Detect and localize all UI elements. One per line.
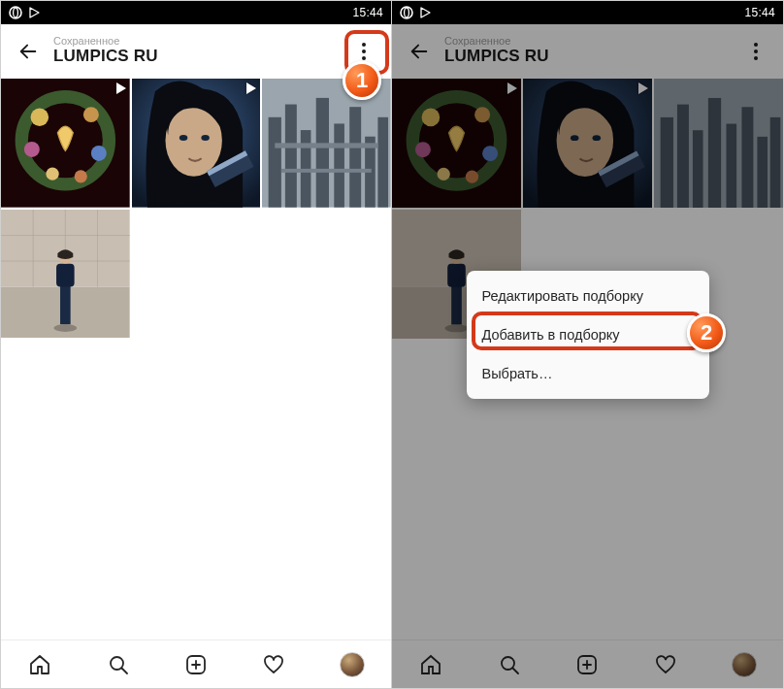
svg-rect-22 xyxy=(350,107,362,207)
svg-point-7 xyxy=(91,146,107,161)
status-time: 15:44 xyxy=(744,6,775,19)
svg-point-9 xyxy=(75,170,87,182)
svg-point-0 xyxy=(10,7,21,18)
play-icon xyxy=(246,82,256,94)
svg-rect-36 xyxy=(56,263,75,286)
bottom-nav xyxy=(1,640,391,688)
opera-icon xyxy=(9,6,22,19)
saved-grid-area xyxy=(1,79,391,640)
svg-line-39 xyxy=(121,668,127,673)
popup-select[interactable]: Выбрать… xyxy=(467,354,709,393)
svg-rect-21 xyxy=(335,123,345,207)
opera-icon xyxy=(400,6,413,19)
svg-rect-24 xyxy=(378,117,389,208)
svg-point-8 xyxy=(46,168,58,180)
svg-point-5 xyxy=(83,107,99,122)
svg-point-4 xyxy=(31,109,49,127)
play-store-icon xyxy=(419,7,431,18)
status-bar: 15:44 xyxy=(1,1,391,24)
app-header: Сохраненное LUMPICS RU xyxy=(1,24,391,79)
avatar xyxy=(340,652,365,677)
header-title: LUMPICS RU xyxy=(53,47,343,66)
svg-point-6 xyxy=(24,142,40,157)
svg-point-44 xyxy=(405,8,409,17)
grid-tile[interactable] xyxy=(1,79,130,208)
options-popup: Редактировать подборку Добавить в подбор… xyxy=(467,271,709,399)
svg-rect-20 xyxy=(316,98,329,208)
grid-tile[interactable] xyxy=(132,79,261,208)
popup-add-to-collection[interactable]: Добавить в подборку xyxy=(467,315,709,354)
back-button[interactable] xyxy=(7,30,49,73)
popup-edit-collection[interactable]: Редактировать подборку xyxy=(467,277,709,315)
svg-rect-17 xyxy=(269,117,281,208)
svg-rect-18 xyxy=(285,105,297,208)
nav-search[interactable] xyxy=(79,640,156,688)
svg-point-13 xyxy=(201,135,209,141)
header-subtitle: Сохраненное xyxy=(53,36,343,47)
svg-point-34 xyxy=(53,324,77,332)
svg-rect-25 xyxy=(276,143,378,148)
status-time: 15:44 xyxy=(352,6,383,19)
menu-button[interactable] xyxy=(343,30,385,73)
grid-tile[interactable] xyxy=(1,210,130,339)
play-store-icon xyxy=(28,7,40,18)
grid-tile[interactable] xyxy=(262,79,391,208)
nav-profile[interactable] xyxy=(313,640,391,688)
nav-add[interactable] xyxy=(157,640,235,688)
kebab-icon xyxy=(362,49,366,53)
nav-activity[interactable] xyxy=(235,640,312,688)
svg-point-1 xyxy=(14,8,18,17)
nav-home[interactable] xyxy=(1,640,79,688)
status-bar: 15:44 xyxy=(392,1,783,24)
svg-rect-35 xyxy=(60,280,71,324)
play-icon xyxy=(116,82,126,94)
svg-point-43 xyxy=(401,7,412,18)
svg-rect-26 xyxy=(281,169,372,173)
svg-point-12 xyxy=(179,135,186,141)
